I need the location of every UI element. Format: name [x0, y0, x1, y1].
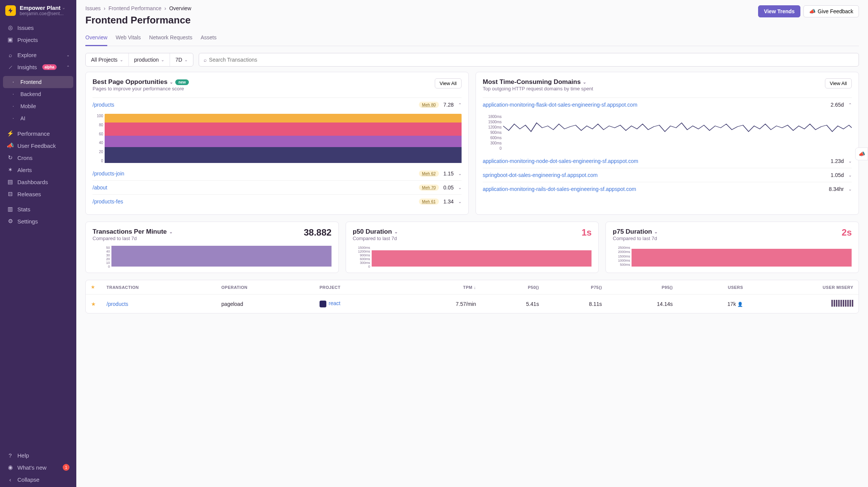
- chevron-down-icon: ⌄: [66, 53, 70, 57]
- project-link[interactable]: react: [329, 300, 340, 306]
- dashboard-icon: ▤: [7, 178, 14, 185]
- breadcrumb-frontend-performance[interactable]: Frontend Performance: [108, 5, 161, 11]
- col-transaction[interactable]: Transaction: [101, 280, 216, 295]
- panel-p50: p50 Duration ⌄ Compared to last 7d 1s 15…: [346, 222, 599, 273]
- sidebar-item-ai[interactable]: •AI: [3, 112, 73, 124]
- star-icon[interactable]: ★: [91, 301, 96, 307]
- domain-link[interactable]: springboot-dot-sales-engineering-sf.apps…: [483, 172, 598, 178]
- sidebar-item-help[interactable]: ?Help: [3, 449, 73, 461]
- main-content: Issues › Frontend Performance › Overview…: [76, 0, 868, 487]
- sidebar-item-releases[interactable]: ⊟Releases: [3, 188, 73, 200]
- col-operation[interactable]: Operation: [216, 280, 314, 295]
- domain-row: springboot-dot-sales-engineering-sf.apps…: [483, 168, 852, 182]
- sidebar-item-collapse[interactable]: ‹Collapse: [3, 473, 73, 485]
- chevron-down-icon[interactable]: ⌄: [394, 230, 398, 234]
- org-switcher[interactable]: Empower Plant ⌄ benjamin.coe@sent...: [0, 0, 76, 20]
- col-users[interactable]: Users: [678, 280, 748, 295]
- chevron-down-icon[interactable]: ⌄: [848, 173, 852, 178]
- broadcast-icon: ◉: [7, 464, 14, 471]
- environment-filter[interactable]: production ⌄: [129, 53, 170, 66]
- y-axis: 2500ms2000ms1500ms1000ms500ms: [613, 246, 630, 267]
- sidebar-item-backend[interactable]: •Backend: [3, 88, 73, 100]
- domain-link[interactable]: application-monitoring-flask-dot-sales-e…: [483, 102, 637, 108]
- cell-operation: pageload: [216, 295, 314, 313]
- tpm-sparkline: 50403020100: [93, 246, 332, 267]
- col-misery[interactable]: User Misery: [748, 280, 859, 295]
- sidebar-item-frontend[interactable]: •Frontend: [3, 76, 73, 88]
- view-trends-button[interactable]: View Trends: [758, 5, 800, 17]
- tab-web-vitals[interactable]: Web Vitals: [116, 31, 141, 46]
- sidebar-item-projects[interactable]: ▣Projects: [3, 34, 73, 46]
- feedback-fab[interactable]: 📣: [855, 147, 868, 160]
- siren-icon: ✶: [7, 166, 14, 173]
- meh-badge: Meh 62: [419, 171, 439, 177]
- nav-label: Frontend: [20, 79, 42, 85]
- chevron-down-icon[interactable]: ⌄: [170, 80, 173, 85]
- cell-project[interactable]: react: [314, 295, 398, 313]
- sidebar-item-insights[interactable]: ⟋Insightsalpha⌃: [3, 61, 73, 73]
- domain-row: application-monitoring-rails-dot-sales-e…: [483, 182, 852, 196]
- view-all-button[interactable]: View All: [435, 78, 462, 88]
- chevron-down-icon[interactable]: ⌄: [654, 230, 658, 234]
- col-p75[interactable]: P75(): [544, 280, 607, 295]
- p75-sparkline: 2500ms2000ms1500ms1000ms500ms: [613, 246, 852, 267]
- col-project[interactable]: Project: [314, 280, 398, 295]
- sidebar-item-whats-new[interactable]: ◉What's new1: [3, 461, 73, 473]
- chevron-down-icon[interactable]: ⌄: [458, 185, 462, 190]
- chevron-down-icon[interactable]: ⌄: [169, 230, 173, 234]
- issues-icon: ◎: [7, 24, 14, 31]
- chevron-down-icon: ⌄: [62, 5, 65, 10]
- duration-value: 8.34hr: [829, 186, 844, 192]
- sidebar-item-issues[interactable]: ◎Issues: [3, 22, 73, 34]
- col-p95[interactable]: P95(): [607, 280, 678, 295]
- dot-icon: •: [10, 103, 17, 110]
- chevron-down-icon[interactable]: ⌄: [848, 159, 852, 164]
- view-all-button[interactable]: View All: [825, 78, 852, 88]
- sidebar-item-settings[interactable]: ⚙Settings: [3, 215, 73, 227]
- chevron-up-icon[interactable]: ⌃: [458, 102, 462, 107]
- search-transactions[interactable]: ⌕: [199, 53, 859, 67]
- sidebar-item-explore[interactable]: ⌕Explore⌄: [3, 49, 73, 61]
- sidebar-item-user-feedback[interactable]: 📣User Feedback: [3, 140, 73, 152]
- chevron-up-icon[interactable]: ⌃: [848, 102, 852, 107]
- chevron-down-icon[interactable]: ⌄: [583, 80, 586, 85]
- sidebar-item-performance[interactable]: ⚡Performance: [3, 127, 73, 140]
- chevron-down-icon: ⌄: [161, 57, 164, 62]
- cell-p50: 5.41s: [481, 295, 544, 313]
- button-label: Give Feedback: [818, 8, 853, 14]
- breadcrumb: Issues › Frontend Performance › Overview: [85, 5, 191, 11]
- page-link[interactable]: /products: [93, 102, 114, 108]
- dot-icon: •: [10, 79, 17, 85]
- domain-link[interactable]: application-monitoring-rails-dot-sales-e…: [483, 186, 636, 192]
- search-input[interactable]: [207, 53, 854, 66]
- domain-link[interactable]: application-monitoring-node-dot-sales-en…: [483, 158, 638, 164]
- chevron-down-icon[interactable]: ⌄: [848, 187, 852, 192]
- sidebar-item-dashboards[interactable]: ▤Dashboards: [3, 176, 73, 188]
- chevron-down-icon[interactable]: ⌄: [458, 171, 462, 176]
- tab-assets[interactable]: Assets: [201, 31, 216, 46]
- transaction-link[interactable]: /products: [107, 301, 128, 307]
- nav-label: Collapse: [17, 476, 39, 483]
- give-feedback-button[interactable]: 📣Give Feedback: [803, 5, 859, 17]
- col-tpm[interactable]: TPM ↓: [398, 280, 481, 295]
- chevron-down-icon[interactable]: ⌄: [458, 199, 462, 204]
- tab-overview[interactable]: Overview: [85, 31, 107, 46]
- page-link[interactable]: /products-fes: [93, 199, 123, 205]
- sidebar-item-stats[interactable]: ▥Stats: [3, 203, 73, 215]
- page-link[interactable]: /about: [93, 185, 107, 191]
- nav-label: Issues: [17, 25, 34, 31]
- search-icon: ⌕: [204, 57, 207, 63]
- period-filter[interactable]: 7D ⌄: [170, 53, 193, 66]
- y-axis: 1800ms1500ms1200ms900ms600ms300ms0: [483, 115, 502, 150]
- sidebar-item-mobile[interactable]: •Mobile: [3, 100, 73, 112]
- sidebar-item-alerts[interactable]: ✶Alerts: [3, 164, 73, 176]
- panel-title-text: Transactions Per Minute: [93, 228, 167, 236]
- page-link[interactable]: /products-join: [93, 171, 124, 177]
- col-p50[interactable]: P50(): [481, 280, 544, 295]
- sidebar-item-crons[interactable]: ↻Crons: [3, 152, 73, 164]
- tab-network-requests[interactable]: Network Requests: [149, 31, 192, 46]
- cell-users: 17k👤: [678, 295, 748, 313]
- org-email: benjamin.coe@sent...: [20, 11, 65, 16]
- breadcrumb-issues[interactable]: Issues: [85, 5, 100, 11]
- projects-filter[interactable]: All Projects ⌄: [86, 53, 129, 66]
